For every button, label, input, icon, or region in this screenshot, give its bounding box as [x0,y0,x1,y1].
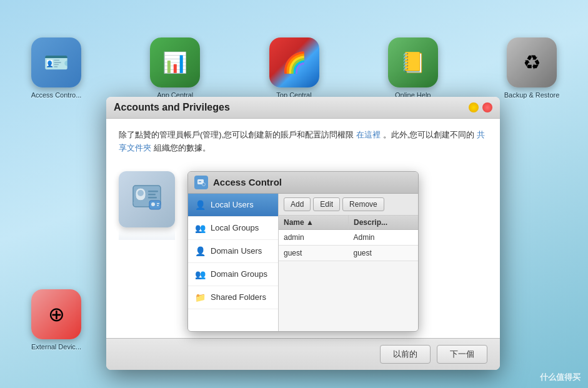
sidebar-label-local-users: Local Users [211,200,254,209]
ac-user-table: Name ▲ Descrip... admin Admin guest gues… [279,216,418,331]
minimize-button[interactable] [469,102,479,112]
svg-rect-9 [157,205,159,206]
svg-rect-6 [149,201,161,209]
ac-dialog-title: Access Control [213,177,282,187]
svg-rect-3 [148,194,156,196]
desc-col-label: Descrip... [354,218,387,227]
icon-reflection [119,227,175,240]
icon-label-external-devices: External Devic... [31,343,81,351]
icon-label-access-control: Access Contro... [31,91,82,99]
desktop-icon-external-devices[interactable]: ⊕ External Devic... [25,289,87,351]
desktop-icon-top-central[interactable]: 🌈 Top Central [263,37,326,99]
cell-name: admin [279,230,349,245]
svg-rect-11 [199,181,201,182]
sidebar-item-domain-groups[interactable]: 👥 Domain Groups [188,263,278,286]
sidebar-icon-domain-groups: 👥 [194,269,206,280]
add-button[interactable]: Add [284,197,311,211]
sidebar-item-local-users[interactable]: 👤 Local Users [188,194,278,217]
desktop: 🪪 Access Contro... 📊 App Central 🌈 Top C… [0,0,588,388]
icon-img-online-help: 📒 [388,37,438,87]
icon-img-backup-restore: ♻ [507,37,557,87]
sidebar-label-domain-groups: Domain Groups [211,269,267,279]
icon-img-app-central: 📊 [150,37,200,87]
desktop-icon-online-help[interactable]: 📒 Online Help [382,37,444,99]
svg-point-7 [151,202,155,206]
dialog-titlebar: Accounts and Privileges [106,97,500,119]
sidebar-icon-local-users: 👤 [194,199,206,211]
table-row[interactable]: guest guest [279,246,418,261]
main-dialog: Accounts and Privileges 除了點贊的管理員帳戶(管理),您… [106,97,500,370]
svg-rect-8 [157,203,159,204]
sidebar-label-domain-users: Domain Users [211,246,262,256]
svg-point-5 [137,190,144,196]
account-icon [119,171,175,227]
dialog-description: 除了點贊的管理員帳戶(管理),您可以創建新的賬戶和配置訪問權限 在這裡 。此外,… [106,119,500,165]
sidebar-icon-domain-users: 👤 [194,246,206,257]
edit-button[interactable]: Edit [313,197,340,211]
icon-label-backup-restore: Backup & Restore [504,91,560,99]
desktop-icon-access-control[interactable]: 🪪 Access Contro... [25,37,87,99]
ac-sidebar: 👤 Local Users 👥 Local Groups 👤 Domain Us… [188,194,279,331]
ac-main-content: Add Edit Remove Name ▲ Descrip... [279,194,418,331]
cell-description: Admin [349,230,419,245]
close-button[interactable] [482,102,492,112]
watermark: 什么值得买 [540,372,581,383]
desktop-icon-app-central[interactable]: 📊 App Central [144,37,206,99]
next-button[interactable]: 下一個 [437,345,487,364]
svg-point-12 [202,182,206,186]
icon-img-access-control: 🪪 [31,37,81,87]
sidebar-item-local-groups[interactable]: 👥 Local Groups [188,217,278,240]
window-controls [469,102,492,112]
access-control-panel: Access Control 👤 Local Users 👥 Local Gro… [187,171,419,332]
dialog-content: Access Control 👤 Local Users 👥 Local Gro… [106,165,500,338]
desktop-icon-row-top: 🪪 Access Contro... 📊 App Central 🌈 Top C… [0,37,588,99]
sidebar-icon-shared-folders: 📁 [194,292,206,303]
col-desc-header: Descrip... [349,216,418,229]
desktop-icon-backup-restore[interactable]: ♻ Backup & Restore [501,37,563,99]
ac-table-header: Name ▲ Descrip... [279,216,418,230]
cell-name: guest [279,246,349,261]
sidebar-label-shared-folders: Shared Folders [211,292,266,302]
icon-img-top-central: 🌈 [269,37,319,87]
ac-body: 👤 Local Users 👥 Local Groups 👤 Domain Us… [188,194,418,331]
account-icon-area [119,171,175,240]
sidebar-item-domain-users[interactable]: 👤 Domain Users [188,240,278,263]
ac-titlebar: Access Control [188,172,418,194]
dialog-footer: 以前的 下一個 [106,338,500,370]
description-text-1: 除了點贊的管理員帳戶(管理),您可以創建新的賬戶和配置訪問權限 [119,130,354,139]
svg-rect-2 [148,191,158,192]
ac-table-body: admin Admin guest guest [279,230,418,261]
icon-img-external-devices: ⊕ [31,289,81,339]
ac-toolbar: Add Edit Remove [279,194,418,216]
sidebar-item-shared-folders[interactable]: 📁 Shared Folders [188,286,278,309]
description-text-2: 。此外,您可以創建不同的 [383,130,475,139]
prev-button[interactable]: 以前的 [380,345,431,364]
ac-icon [194,176,208,189]
cell-description: guest [349,246,419,261]
sidebar-icon-local-groups: 👥 [194,222,206,234]
remove-button[interactable]: Remove [342,197,384,211]
description-text-3: 組織您的數據。 [154,143,211,152]
name-col-label: Name ▲ [284,218,314,227]
sidebar-label-local-groups: Local Groups [211,223,259,232]
link-here[interactable]: 在這裡 [356,130,381,139]
svg-rect-4 [148,197,157,199]
table-row[interactable]: admin Admin [279,230,418,246]
col-name-header: Name ▲ [279,216,349,229]
dialog-title: Accounts and Privileges [114,102,469,113]
